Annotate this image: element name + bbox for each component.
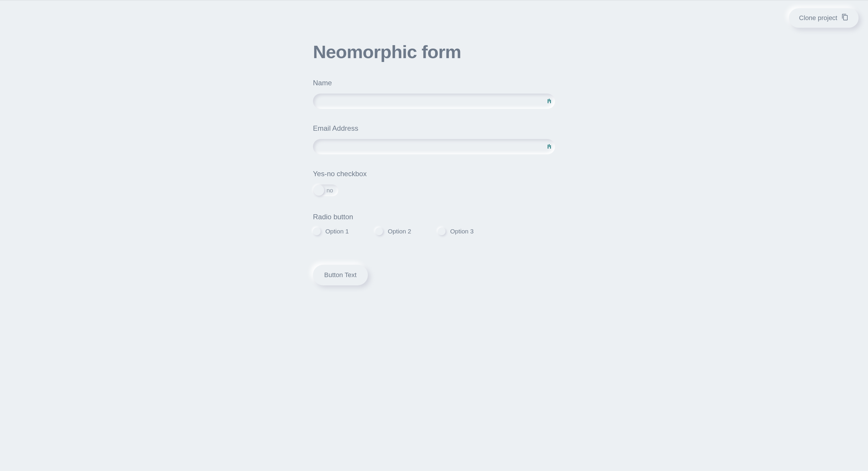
radio-option-label: Option 1 <box>326 228 349 235</box>
name-label: Name <box>313 79 555 87</box>
top-divider <box>0 0 868 1</box>
checkbox-label: Yes-no checkbox <box>313 170 555 178</box>
radio-dot-icon <box>313 227 321 235</box>
radio-option-3[interactable]: Option 3 <box>438 227 473 235</box>
name-input[interactable] <box>313 94 555 109</box>
email-field-group: Email Address <box>313 124 555 154</box>
radio-option-label: Option 3 <box>450 228 473 235</box>
radio-row: Option 1 Option 2 Option 3 <box>313 227 555 235</box>
radio-field-group: Radio button Option 1 Option 2 Option 3 <box>313 213 555 235</box>
radio-option-label: Option 2 <box>388 228 411 235</box>
radio-dot-icon <box>438 227 445 235</box>
submit-button[interactable]: Button Text <box>313 265 368 285</box>
toggle-knob <box>314 185 324 196</box>
form-container: Neomorphic form Name Email Address Yes-n… <box>313 41 555 285</box>
copy-icon <box>841 13 848 23</box>
radio-option-1[interactable]: Option 1 <box>313 227 349 235</box>
email-label: Email Address <box>313 124 555 132</box>
name-field-group: Name <box>313 79 555 109</box>
yes-no-toggle[interactable] <box>313 184 338 196</box>
email-input[interactable] <box>313 139 555 154</box>
submit-button-label: Button Text <box>324 271 356 279</box>
radio-dot-icon <box>375 227 383 235</box>
radio-label: Radio button <box>313 213 555 221</box>
name-input-wrap <box>313 94 555 109</box>
toggle-wrap: no <box>313 184 333 196</box>
checkbox-field-group: Yes-no checkbox no <box>313 170 555 197</box>
clone-project-button[interactable]: Clone project <box>789 8 859 28</box>
page-title: Neomorphic form <box>313 41 555 62</box>
email-input-wrap <box>313 139 555 154</box>
clone-project-label: Clone project <box>799 14 837 22</box>
radio-option-2[interactable]: Option 2 <box>375 227 411 235</box>
